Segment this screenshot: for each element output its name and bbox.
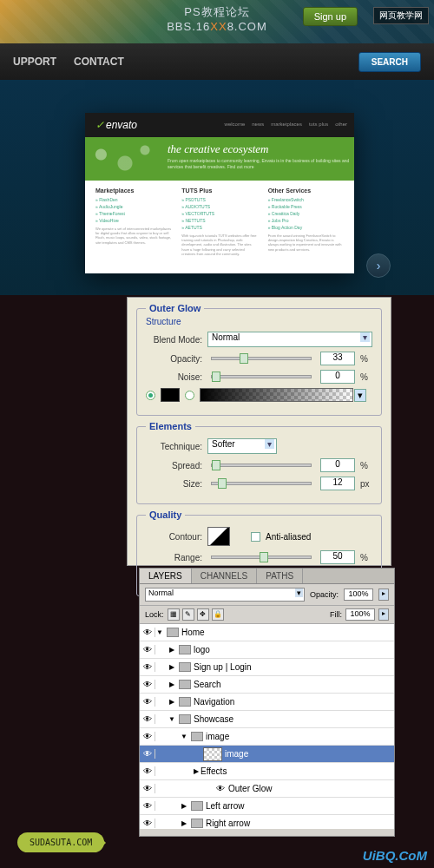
lock-pixels-icon[interactable]: ✎ [182,608,194,621]
noise-slider[interactable] [211,375,312,378]
lock-transparency-icon[interactable]: ▦ [168,608,180,621]
layer-row[interactable]: 👁▼Showcase [140,711,394,728]
effect-eye-icon[interactable]: 👁 [216,784,225,793]
disclosure-triangle-icon[interactable]: ▶ [168,663,176,671]
nav-support[interactable]: UPPORT [13,56,56,68]
disclosure-triangle-icon[interactable]: ▼ [168,715,176,723]
tab-layers[interactable]: LAYERS [140,569,192,583]
spread-input[interactable]: 0 [320,458,355,472]
lock-position-icon[interactable]: ✥ [197,608,209,621]
disclosure-triangle-icon[interactable]: ▼ [155,628,164,636]
folder-icon [167,628,179,637]
layer-row[interactable]: 👁▶Left arrow [140,798,394,815]
opacity-label: Opacity: [146,354,202,364]
mini-nav-item[interactable]: marketplaces [271,122,302,127]
layer-thumbnail [203,747,222,761]
column-link[interactable]: Rockable Press [268,204,344,209]
noise-input[interactable]: 0 [320,370,355,384]
tab-channels[interactable]: CHANNELS [192,569,257,583]
signup-button[interactable]: Sign up [303,7,358,26]
visibility-eye-icon[interactable]: 👁 [140,801,155,811]
column-link[interactable]: VECTORTUTS [181,211,257,216]
layer-row[interactable]: 👁▶Search [140,676,394,694]
disclosure-triangle-icon[interactable]: ▶ [168,646,176,654]
antialias-checkbox[interactable] [251,532,260,542]
layer-row[interactable]: 👁▶logo [140,641,394,659]
layer-row[interactable]: 👁▶Navigation [140,694,394,711]
visibility-eye-icon[interactable]: 👁 [140,662,155,672]
column-link[interactable]: VideoHive [95,218,171,223]
mini-nav-item[interactable]: other [335,122,347,127]
layer-blend-select[interactable]: Normal [145,588,305,602]
fill-input[interactable]: 100% [345,608,375,621]
visibility-eye-icon[interactable]: 👁 [140,697,155,707]
visibility-eye-icon[interactable]: 👁 [140,819,155,828]
disclosure-triangle-icon[interactable]: ▶ [192,767,201,775]
search-button[interactable]: SEARCH [358,52,421,72]
opacity-flyout-icon[interactable]: ▸ [378,589,389,601]
layer-opacity-input[interactable]: 100% [344,589,373,601]
fill-flyout-icon[interactable]: ▸ [378,608,389,621]
elements-heading: Elements [146,421,195,431]
column-link[interactable]: Jobs Pro [268,218,344,223]
column-link[interactable]: AUDIOTUTS [181,204,257,209]
column-link[interactable]: PSDTUTS [181,197,257,202]
folder-icon [179,714,191,724]
layer-row[interactable]: 👁image [140,746,394,763]
technique-select[interactable]: Softer [207,438,277,454]
contour-picker[interactable] [207,527,230,546]
visibility-eye-icon[interactable]: 👁 [140,680,155,689]
range-slider[interactable] [211,556,312,559]
color-radio[interactable] [146,391,155,400]
lock-all-icon[interactable]: 🔒 [212,608,224,621]
layer-row[interactable]: 👁▶Right arrow [140,815,394,829]
layer-row[interactable]: 👁▶Sign up | Login [140,659,394,676]
size-input[interactable]: 12 [320,477,355,490]
range-input[interactable]: 50 [320,550,355,564]
column-link[interactable]: FreelanceSwitch [268,197,344,202]
opacity-slider[interactable] [211,357,312,360]
layers-panel: LAYERS CHANNELS PATHS Normal Opacity: 10… [139,568,395,837]
visibility-eye-icon[interactable]: 👁 [140,749,155,759]
next-arrow-button[interactable]: › [366,253,391,278]
layer-row[interactable]: 👁▼image [140,728,394,746]
opacity-input[interactable]: 33 [320,352,355,365]
disclosure-triangle-icon[interactable]: ▶ [168,681,176,688]
disclosure-triangle-icon[interactable]: ▶ [180,802,188,810]
column-link[interactable]: Blog Action Day [268,225,344,230]
visibility-eye-icon[interactable]: 👁 [140,766,155,776]
layer-row[interactable]: 👁👁Outer Glow [140,780,394,798]
mini-nav-item[interactable]: news [252,122,264,127]
disclosure-triangle-icon[interactable]: ▶ [180,819,188,827]
uibq-watermark: UiBQ.CoM [363,848,427,863]
disclosure-triangle-icon[interactable]: ▼ [180,733,188,740]
visibility-eye-icon[interactable]: 👁 [140,628,155,637]
visibility-eye-icon[interactable]: 👁 [140,732,155,741]
layers-list[interactable]: 👁▼Home👁▶logo👁▶Sign up | Login👁▶Search👁▶N… [140,624,394,829]
gradient-picker[interactable] [200,388,353,402]
mini-nav-item[interactable]: tuts plus [309,122,328,127]
layer-row[interactable]: 👁▶Effects [140,763,394,780]
glow-color-swatch[interactable] [161,388,180,402]
visibility-eye-icon[interactable]: 👁 [140,714,155,724]
column-link[interactable]: ThemeForest [95,211,171,216]
visibility-eye-icon[interactable]: 👁 [140,784,155,793]
column-link[interactable]: Creattica Daily [268,211,344,216]
blendmode-select[interactable]: Normal [207,332,372,347]
gradient-radio[interactable] [185,391,194,400]
tab-paths[interactable]: PATHS [257,569,303,583]
size-slider[interactable] [211,482,312,485]
folder-icon [191,819,203,828]
nav-contact[interactable]: CONTACT [74,56,124,68]
column-link[interactable]: AETUTS [181,225,257,230]
layer-row[interactable]: 👁▼Home [140,624,394,641]
noise-label: Noise: [146,372,202,382]
visibility-eye-icon[interactable]: 👁 [140,645,155,654]
spread-slider[interactable] [211,464,312,467]
disclosure-triangle-icon[interactable]: ▶ [168,698,176,706]
column-link[interactable]: FlashDen [95,197,171,202]
envato-logo: envato [95,119,137,131]
column-link[interactable]: NETTUTS [181,218,257,223]
column-link[interactable]: AudioJungle [95,204,171,209]
mini-nav-item[interactable]: welcome [225,122,246,127]
